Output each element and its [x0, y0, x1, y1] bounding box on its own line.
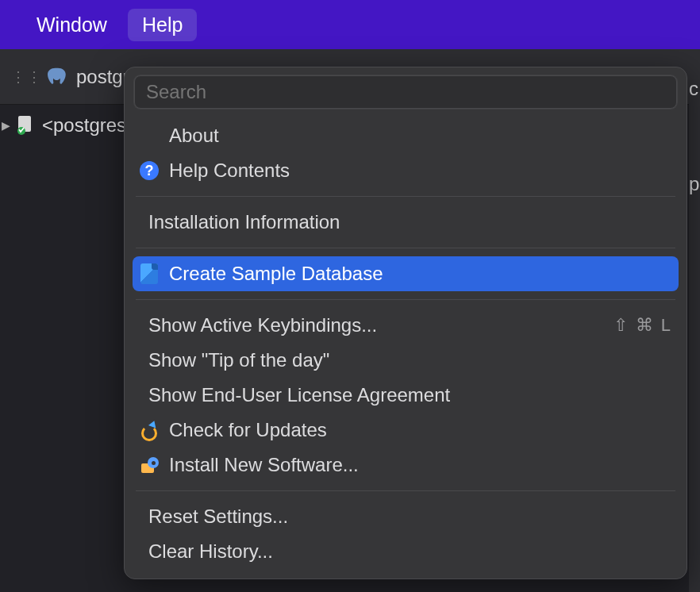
menu-item-label: Show "Tip of the day"	[148, 349, 329, 371]
menu-item-reset-settings[interactable]: Reset Settings...	[125, 499, 687, 534]
menu-item-show-keybindings[interactable]: Show Active Keybindings... ⇧ ⌘ L	[125, 308, 687, 343]
help-circle-icon: ?	[139, 160, 160, 181]
menu-item-label: Check for Updates	[169, 419, 327, 441]
right-panel-edge: c p	[689, 49, 700, 592]
menu-item-create-sample-database[interactable]: Create Sample Database	[133, 256, 679, 291]
database-sheet-icon	[139, 263, 160, 284]
menu-group: Create Sample Database	[125, 253, 687, 294]
menu-help[interactable]: Help	[128, 9, 197, 41]
install-package-icon	[139, 455, 160, 475]
menu-item-label: Create Sample Database	[169, 263, 383, 285]
workspace: ⋮⋮ postgre ▶ <postgres c p About	[0, 49, 700, 592]
drag-handle-icon[interactable]: ⋮⋮	[11, 68, 43, 86]
update-arrow-icon	[139, 420, 160, 440]
edge-text-top: c	[689, 78, 700, 100]
menu-item-check-updates[interactable]: Check for Updates	[125, 413, 687, 448]
menu-item-label: Reset Settings...	[148, 506, 288, 528]
menu-item-clear-history[interactable]: Clear History...	[125, 534, 687, 569]
search-input[interactable]	[134, 75, 677, 109]
chevron-right-icon: ▶	[2, 119, 10, 132]
postgres-icon	[48, 67, 68, 87]
tree-item-label: <postgres	[42, 114, 126, 136]
menu-divider	[136, 248, 675, 248]
menu-group: Show Active Keybindings... ⇧ ⌘ L Show "T…	[125, 305, 687, 486]
help-dropdown: About ? Help Contents Installation Infor…	[124, 67, 687, 579]
edge-text-mid: p	[689, 173, 700, 195]
menu-window[interactable]: Window	[22, 9, 121, 41]
keyboard-shortcut: ⇧ ⌘ L	[613, 315, 672, 336]
menu-item-help-contents[interactable]: ? Help Contents	[125, 153, 687, 188]
menu-item-installation-info[interactable]: Installation Information	[125, 205, 687, 240]
menu-item-label: About	[169, 125, 219, 147]
menu-group: About ? Help Contents	[125, 115, 687, 191]
menu-item-label: Installation Information	[148, 211, 340, 233]
icon-placeholder	[139, 125, 160, 146]
menu-item-eula[interactable]: Show End-User License Agreement	[125, 378, 687, 413]
menu-item-label: Show End-User License Agreement	[148, 384, 450, 406]
sql-script-icon	[17, 115, 36, 136]
menu-item-label: Help Contents	[169, 160, 290, 182]
menu-item-about[interactable]: About	[125, 118, 687, 153]
search-container	[125, 67, 687, 115]
menu-item-label: Clear History...	[148, 540, 273, 563]
menu-group: Reset Settings... Clear History...	[125, 496, 687, 572]
menu-divider	[136, 490, 675, 491]
menu-divider	[136, 299, 675, 300]
menu-divider	[136, 196, 675, 197]
menu-item-label: Install New Software...	[169, 454, 359, 476]
menu-item-label: Show Active Keybindings...	[148, 314, 377, 336]
menu-group: Installation Information	[125, 202, 687, 243]
menubar: Window Help	[0, 0, 700, 49]
menu-item-tip-of-day[interactable]: Show "Tip of the day"	[125, 343, 687, 378]
menu-item-install-software[interactable]: Install New Software...	[125, 448, 687, 482]
